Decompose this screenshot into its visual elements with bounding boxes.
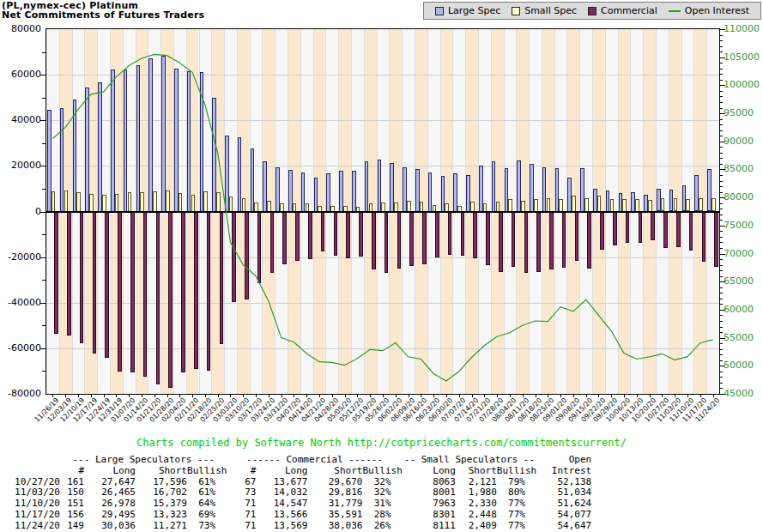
x-axis-tick	[650, 394, 651, 397]
open-interest-line-icon	[669, 10, 681, 12]
legend-item-commercial: Commercial	[588, 5, 657, 16]
large-spec-bar	[148, 58, 153, 212]
commercial-bar	[524, 212, 529, 274]
x-axis-tick	[116, 394, 117, 397]
y2-axis-label: 70000	[724, 248, 754, 259]
y-axis-label: 60000	[0, 69, 41, 80]
x-axis-tick	[421, 394, 421, 397]
table-column-header: Bullish	[362, 466, 402, 477]
commercial-bar	[93, 212, 97, 354]
commercial-bar	[181, 212, 185, 373]
commercial-bar	[168, 212, 173, 389]
small-spec-bar	[712, 198, 716, 211]
commercial-bar	[702, 212, 706, 263]
y2-axis-tick	[720, 197, 725, 198]
x-axis-tick	[611, 394, 612, 397]
y2-axis-tick	[720, 119, 723, 120]
large-spec-bar	[161, 56, 166, 211]
small-spec-bar	[128, 192, 132, 211]
x-axis-tick	[536, 394, 536, 397]
x-axis-tick	[687, 394, 688, 397]
table-group-header: Open	[536, 455, 591, 466]
commercial-bar	[549, 212, 554, 269]
commercial-bar	[422, 212, 427, 265]
commercial-bar	[346, 212, 350, 258]
x-axis-tick	[573, 394, 574, 397]
small-spec-bar	[166, 190, 170, 211]
y2-axis-tick	[720, 226, 725, 227]
commercial-bar	[512, 212, 516, 268]
commercial-bar	[359, 212, 363, 257]
y-axis-tick	[40, 120, 45, 121]
legend-label: Open Interest	[685, 5, 749, 16]
commercial-bar	[448, 212, 452, 256]
chart-legend: Large Spec Small Spec Commercial Open In…	[423, 2, 761, 20]
small-spec-bar	[76, 192, 81, 212]
small-spec-bar	[648, 200, 652, 211]
commercial-bar	[385, 212, 389, 274]
commercial-bar	[689, 212, 693, 251]
y2-axis-tick	[720, 304, 723, 305]
grid-line	[46, 257, 719, 258]
commercial-bar	[194, 212, 198, 370]
y2-axis-tick	[720, 310, 725, 311]
small-spec-bar	[191, 195, 196, 212]
commercial-bar	[536, 212, 541, 273]
y2-axis-tick	[720, 169, 725, 170]
y2-axis-tick	[720, 74, 723, 75]
table-cell: 13,323	[136, 510, 187, 521]
y2-axis-tick	[720, 360, 723, 361]
table-cell: 54,077	[536, 510, 591, 521]
commercial-bar	[207, 212, 211, 372]
small-spec-bar	[635, 199, 639, 211]
x-axis-tick	[306, 394, 307, 397]
small-spec-bar	[559, 199, 563, 212]
y2-axis-tick	[720, 321, 723, 322]
zero-axis-line	[46, 211, 719, 213]
x-axis-tick	[319, 394, 320, 397]
commercial-bar	[663, 212, 668, 248]
y-axis-label: -40000	[0, 297, 41, 308]
commercial-bar	[397, 212, 402, 269]
small-spec-bar	[229, 196, 233, 211]
x-axis-tick	[560, 394, 561, 397]
y2-axis-tick	[720, 343, 723, 344]
table-column-header: #	[60, 466, 84, 477]
y2-axis-tick	[720, 147, 723, 148]
y2-axis-label: 60000	[724, 304, 754, 315]
table-column-header: Long	[84, 466, 136, 477]
commercial-bar	[639, 212, 643, 244]
large-spec-bar	[136, 65, 141, 212]
table-cell: 38,036	[307, 521, 362, 532]
y-axis-tick	[40, 257, 45, 258]
commercial-bar	[461, 212, 465, 256]
small-spec-bar	[153, 191, 157, 211]
small-spec-bar	[115, 194, 119, 212]
commercial-bar	[613, 212, 617, 245]
table-cell: 11,271	[136, 521, 187, 532]
table-cell: 29,495	[84, 510, 136, 521]
large-spec-bar	[111, 70, 115, 211]
commercial-bar	[473, 212, 477, 258]
commercial-bar	[232, 212, 236, 303]
table-cell: 8301	[403, 510, 456, 521]
x-axis-tick	[192, 394, 193, 397]
commercial-bar	[156, 212, 160, 385]
table-cell: 71	[227, 521, 256, 532]
y-axis-tick	[40, 212, 45, 213]
grid-line	[46, 120, 719, 121]
cot-chart-page: (PL,nymex-cec) Platinum Net Commitments …	[0, 0, 763, 532]
small-spec-bar	[622, 199, 627, 212]
x-axis-tick	[637, 394, 638, 397]
y-axis-tick	[40, 75, 45, 76]
small-spec-bar	[610, 199, 615, 211]
commercial-bar	[600, 212, 604, 251]
commitments-table: --- Large Speculators --------- Commerci…	[12, 455, 591, 532]
small-spec-bar	[51, 191, 56, 211]
y2-axis-label: 45000	[724, 388, 754, 399]
y2-axis-tick	[720, 40, 723, 41]
y-axis-tick	[42, 280, 45, 281]
small-spec-bar	[89, 194, 94, 212]
grid-line	[46, 75, 719, 76]
commercial-bar	[130, 212, 135, 373]
